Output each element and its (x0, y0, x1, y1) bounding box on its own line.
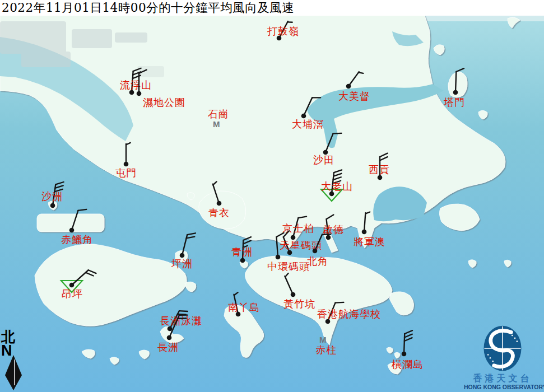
wind-barb-feather (179, 311, 188, 311)
station-dot (69, 283, 75, 288)
station-label: 長洲 (157, 341, 179, 353)
compass: 北 N (1, 330, 26, 357)
station-label: 長洲泳灘 (160, 315, 202, 326)
station-label: 青洲 (231, 246, 253, 258)
station-dot (137, 91, 142, 96)
station-dot (69, 228, 75, 233)
station-dot (180, 253, 185, 258)
station-dot (217, 201, 222, 206)
station-label: 啟德 (323, 223, 344, 235)
station-label: 大美督 (338, 90, 370, 102)
station-dot (378, 175, 383, 180)
station-dot (240, 258, 245, 263)
hko-logo-english-name: HONG KONG OBSERVATORY (464, 384, 543, 390)
station-label: 打鼓嶺 (267, 25, 299, 37)
station-label: 流浮山 (120, 79, 152, 91)
wind-barb-feather (333, 133, 341, 134)
station-dot (168, 326, 173, 332)
station-dot (124, 162, 129, 167)
station-label: 北角 (307, 255, 328, 267)
station-dot (50, 203, 55, 208)
station-dot (346, 84, 351, 89)
wind-barb-shaft (455, 72, 456, 92)
compass-letter-label: N (1, 344, 26, 357)
station-dot (313, 249, 318, 254)
station-label: 南丫島 (228, 301, 260, 313)
hko-logo-chinese-name: 香港天文台 (468, 373, 537, 385)
station-label: 大埔滘 (292, 118, 324, 130)
station-label: 赤柱 (315, 344, 337, 356)
station-label: 黃竹坑 (283, 298, 315, 310)
hong-kong-map: 打鼓嶺流浮山濕地公園M石崗大美督大埔滘塔門沙田西貢大老山屯門沙洲赤鱲角青衣坪洲青… (0, 0, 544, 392)
station-dot (362, 230, 367, 235)
station-dot (276, 255, 281, 260)
missing-data-marker: M (319, 335, 327, 344)
station-label: 屯門 (115, 167, 137, 179)
station-label: 橫瀾島 (392, 358, 424, 370)
missing-data-marker: M (213, 119, 220, 129)
station-label: 石崗 (208, 108, 229, 120)
station-label: 赤鱲角 (61, 234, 93, 245)
station-label: 中環碼頭 (267, 260, 310, 272)
station-dot (402, 352, 407, 357)
station-dot (326, 235, 331, 240)
station-label: 沙田 (313, 154, 334, 166)
hko-logo: 香港天文台 HONG KONG OBSERVATORY (468, 323, 544, 376)
station-label: 將軍澳 (354, 236, 385, 248)
station-label: 青衣 (208, 207, 230, 218)
wind-barb-feather (335, 302, 343, 303)
station-label: 沙洲 (41, 190, 63, 202)
station-dot (167, 335, 172, 340)
station-label: 塔門 (443, 96, 465, 108)
station-label: 大老山 (321, 180, 353, 192)
station-dot (301, 114, 306, 119)
station-label: 坪洲 (171, 258, 193, 269)
station-dot (453, 90, 458, 95)
station-label: 昂坪 (62, 288, 83, 300)
wind-barb-feather (359, 72, 363, 73)
station-dot (291, 292, 296, 297)
wind-map-screenshot: 打鼓嶺流浮山濕地公園M石崗大美督大埔滘塔門沙田西貢大老山屯門沙洲赤鱲角青衣坪洲青… (0, 0, 544, 392)
station-label: 西貢 (369, 164, 390, 175)
station-label: 香港航海學校 (317, 308, 381, 320)
station-label: 濕地公園 (143, 96, 185, 108)
map-title: 2022年11月01日14時00分的十分鐘平均風向及風速 (0, 0, 544, 16)
hko-logo-icon (468, 323, 537, 374)
